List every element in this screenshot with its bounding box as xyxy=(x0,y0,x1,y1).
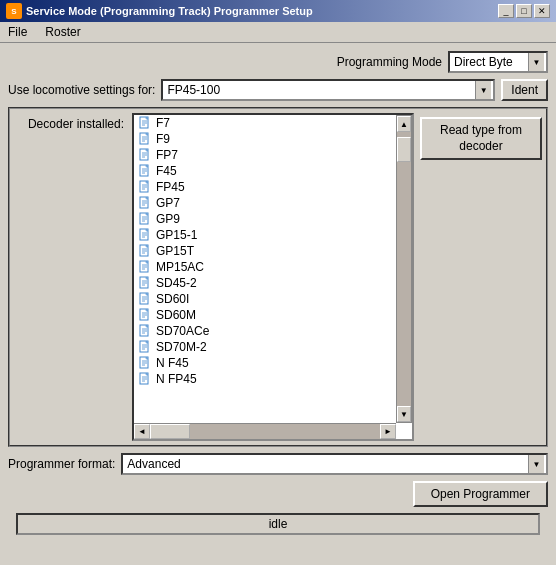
locomotive-value: FP45-100 xyxy=(165,83,475,97)
open-programmer-row: Open Programmer xyxy=(8,481,548,507)
scroll-right-button[interactable]: ► xyxy=(380,424,396,439)
programmer-format-arrow[interactable]: ▼ xyxy=(528,455,544,473)
list-item[interactable]: MP15AC xyxy=(134,259,396,275)
decoder-list-inner: F7 F9 FP7 F45 FP45 xyxy=(134,115,412,439)
document-icon xyxy=(138,212,152,226)
scroll-thumb[interactable] xyxy=(397,137,411,162)
svg-text:S: S xyxy=(11,7,17,16)
ident-button[interactable]: Ident xyxy=(501,79,548,101)
document-icon xyxy=(138,244,152,258)
document-icon xyxy=(138,324,152,338)
document-icon xyxy=(138,196,152,210)
programming-mode-row: Programming Mode Direct Byte ▼ xyxy=(8,51,548,73)
app-icon: S xyxy=(6,3,22,19)
document-icon xyxy=(138,116,152,130)
programmer-format-value: Advanced xyxy=(125,457,528,471)
scroll-up-button[interactable]: ▲ xyxy=(397,116,411,132)
decoder-label-col: Decoder installed: xyxy=(10,109,130,445)
list-item[interactable]: SD60M xyxy=(134,307,396,323)
list-item[interactable]: F7 xyxy=(134,115,396,131)
document-icon xyxy=(138,148,152,162)
horizontal-scrollbar[interactable]: ◄ ► xyxy=(134,423,396,439)
decoder-section: Decoder installed: F7 F9 FP7 xyxy=(8,107,548,447)
programmer-format-label: Programmer format: xyxy=(8,457,115,471)
close-button[interactable]: ✕ xyxy=(534,4,550,18)
programmer-format-row: Programmer format: Advanced ▼ xyxy=(8,453,548,475)
list-item[interactable]: GP15T xyxy=(134,243,396,259)
window-controls: _ □ ✕ xyxy=(498,4,550,18)
decoder-list-col: F7 F9 FP7 F45 FP45 xyxy=(130,109,416,445)
document-icon xyxy=(138,276,152,290)
document-icon xyxy=(138,164,152,178)
list-item[interactable]: N F45 xyxy=(134,355,396,371)
decoder-list-container[interactable]: F7 F9 FP7 F45 FP45 xyxy=(132,113,414,441)
list-item[interactable]: FP45 xyxy=(134,179,396,195)
open-programmer-button[interactable]: Open Programmer xyxy=(413,481,548,507)
minimize-button[interactable]: _ xyxy=(498,4,514,18)
list-item[interactable]: F9 xyxy=(134,131,396,147)
list-item[interactable]: SD60I xyxy=(134,291,396,307)
locomotive-row: Use locomotive settings for: FP45-100 ▼ … xyxy=(8,79,548,101)
document-icon xyxy=(138,372,152,386)
programming-mode-dropdown[interactable]: Direct Byte ▼ xyxy=(448,51,548,73)
menu-bar: File Roster xyxy=(0,22,556,43)
list-item[interactable]: F45 xyxy=(134,163,396,179)
locomotive-arrow[interactable]: ▼ xyxy=(475,81,491,99)
vertical-scrollbar[interactable]: ▲ ▼ xyxy=(396,115,412,423)
status-text: idle xyxy=(269,517,288,531)
menu-file[interactable]: File xyxy=(4,24,31,40)
document-icon xyxy=(138,260,152,274)
status-bar: idle xyxy=(16,513,540,535)
document-icon xyxy=(138,340,152,354)
scroll-down-button[interactable]: ▼ xyxy=(397,406,411,422)
window-title: Service Mode (Programming Track) Program… xyxy=(26,5,313,17)
locomotive-label: Use locomotive settings for: xyxy=(8,83,155,97)
programming-mode-arrow[interactable]: ▼ xyxy=(528,53,544,71)
decoder-installed-label: Decoder installed: xyxy=(28,117,124,131)
programming-mode-value: Direct Byte xyxy=(452,55,528,69)
programming-mode-label: Programming Mode xyxy=(337,55,442,69)
document-icon xyxy=(138,228,152,242)
document-icon xyxy=(138,180,152,194)
list-item[interactable]: N FP45 xyxy=(134,371,396,387)
document-icon xyxy=(138,132,152,146)
h-scroll-thumb[interactable] xyxy=(150,424,190,439)
list-item[interactable]: SD70ACe xyxy=(134,323,396,339)
list-item[interactable]: GP7 xyxy=(134,195,396,211)
menu-roster[interactable]: Roster xyxy=(41,24,84,40)
list-item[interactable]: SD45-2 xyxy=(134,275,396,291)
list-item[interactable]: SD70M-2 xyxy=(134,339,396,355)
h-scroll-track xyxy=(150,424,380,439)
programmer-format-dropdown[interactable]: Advanced ▼ xyxy=(121,453,548,475)
scroll-left-button[interactable]: ◄ xyxy=(134,424,150,439)
maximize-button[interactable]: □ xyxy=(516,4,532,18)
title-bar: S Service Mode (Programming Track) Progr… xyxy=(0,0,556,22)
decoder-actions-col: Read type from decoder xyxy=(416,109,546,445)
list-item[interactable]: GP15-1 xyxy=(134,227,396,243)
list-item[interactable]: FP7 xyxy=(134,147,396,163)
locomotive-dropdown[interactable]: FP45-100 ▼ xyxy=(161,79,495,101)
document-icon xyxy=(138,308,152,322)
document-icon xyxy=(138,292,152,306)
read-type-button[interactable]: Read type from decoder xyxy=(420,117,542,160)
scroll-track xyxy=(397,132,411,406)
document-icon xyxy=(138,356,152,370)
list-item[interactable]: GP9 xyxy=(134,211,396,227)
main-content: Programming Mode Direct Byte ▼ Use locom… xyxy=(0,43,556,543)
